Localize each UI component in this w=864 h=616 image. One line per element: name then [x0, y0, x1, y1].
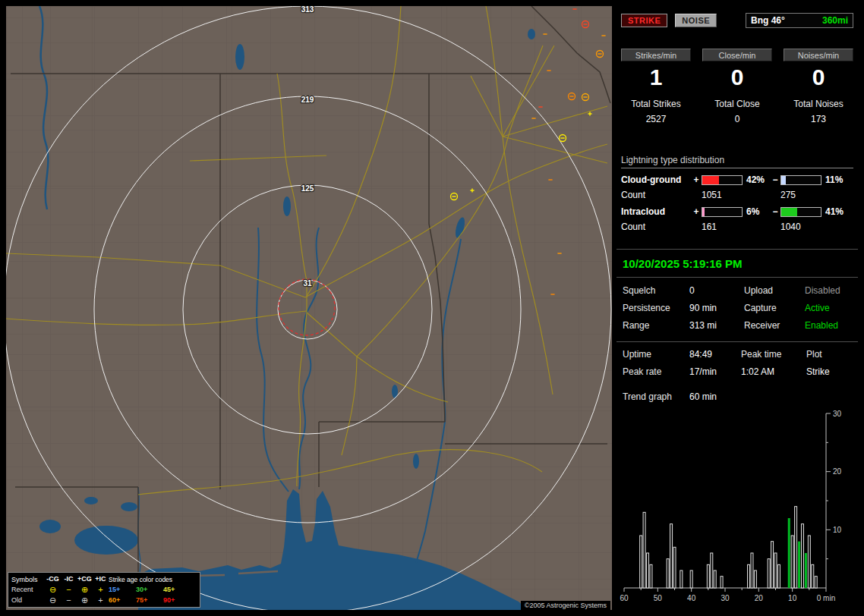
trend-bar: [650, 564, 652, 588]
map-canvas[interactable]: 313 219 125 31: [6, 6, 612, 610]
bearing-display: Bng 46° 360mi: [746, 13, 853, 28]
legend-col-ic-pos: +IC: [93, 575, 109, 583]
peak-time-label: Peak time: [741, 349, 806, 360]
legend-header-row: Symbols -CG -IC +CG +IC Strike age color…: [11, 574, 197, 584]
divider: [616, 249, 858, 250]
noises-per-min-value: 0: [784, 65, 853, 90]
divider: [616, 341, 858, 342]
plot-label: Plot: [806, 349, 855, 360]
total-noises-label: Total Noises: [784, 99, 853, 109]
trend-x-tick-50: 50: [654, 594, 663, 602]
noises-counter: Noises/min 0 Total Noises 173: [784, 49, 853, 124]
noise-indicator-button[interactable]: NOISE: [675, 14, 717, 27]
ring-label-31: 31: [303, 279, 312, 288]
counters-row: Strikes/min 1 Total Strikes 2527 Close/m…: [621, 49, 853, 124]
range-label: Range: [623, 320, 689, 331]
cg-plus-pct: 42%: [743, 174, 770, 185]
trend-x-tick-10: 10: [788, 594, 797, 602]
control-panel: STRIKE NOISE Bng 46° 360mi Strikes/min 1…: [616, 6, 858, 610]
ic-minus-bar: [780, 207, 821, 217]
ring-label-125: 125: [301, 184, 314, 193]
trend-bar: [748, 564, 750, 588]
trend-bar: [805, 553, 807, 588]
trend-graph-label: Trend graph: [623, 391, 689, 402]
app-window: 313 219 125 31 Symbols -CG -IC +CG +IC S…: [0, 0, 864, 616]
peak-rate-label: Peak rate: [623, 366, 689, 377]
settings-grid: Squelch 0 Upload Disabled Persistence 90…: [623, 285, 855, 331]
cg-minus-pct: 11%: [821, 174, 853, 185]
minus-sign: −: [770, 174, 780, 185]
intracloud-row: Intracloud + 6% − 41%: [621, 206, 853, 217]
trend-bar: [771, 542, 774, 588]
total-strikes-value: 2527: [621, 114, 691, 124]
cg-minus-bar: [780, 175, 821, 185]
trend-window-value: 60 min: [689, 391, 717, 402]
trend-bar: [714, 570, 716, 588]
trend-bar: [815, 577, 817, 588]
cloud-ground-label: Cloud-ground: [621, 174, 691, 185]
map-panel[interactable]: 313 219 125 31 Symbols -CG -IC +CG +IC S…: [6, 6, 612, 610]
ic-plus-count: 161: [702, 222, 743, 232]
trend-bar: [640, 536, 642, 588]
datetime-display: 10/20/2025 5:19:16 PM: [623, 257, 743, 270]
trend-bar: [673, 547, 676, 588]
copyright-notice: ©2005 Astrogenic Systems: [521, 601, 610, 610]
trend-bar: [721, 577, 723, 588]
trend-graph-header: Trend graph 60 min: [623, 391, 717, 402]
uptime-value: 84:49: [689, 349, 741, 360]
cg-pos-recent-icon: ⊕: [77, 586, 93, 594]
trend-bar: [680, 570, 683, 588]
ring-label-313: 313: [301, 6, 314, 14]
count-label: Count: [621, 222, 691, 232]
strike-indicator-button[interactable]: STRIKE: [621, 14, 667, 27]
age-code-30: 30+: [136, 586, 163, 593]
cg-pos-old-icon: ⊕: [77, 596, 93, 605]
trend-x-tick-30: 30: [721, 594, 730, 602]
ic-neg-recent-icon: −: [61, 586, 77, 594]
age-code-45: 45+: [163, 586, 197, 593]
intracloud-count-row: Count 161 1040: [621, 222, 853, 232]
cg-plus-count: 1051: [702, 190, 743, 200]
close-counter: Close/min 0 Total Close 0: [702, 49, 772, 124]
squelch-value: 0: [689, 285, 744, 296]
cg-neg-old-icon: ⊖: [45, 596, 61, 605]
trend-bar: [791, 536, 793, 588]
trend-x-tick-40: 40: [687, 594, 696, 602]
uptime-label: Uptime: [623, 349, 689, 360]
plus-sign: +: [691, 206, 702, 217]
legend-col-cg-pos: +CG: [77, 575, 93, 583]
trend-bar: [774, 553, 777, 588]
upload-label: Upload: [744, 285, 805, 296]
ic-pos-old-icon: +: [93, 596, 109, 605]
close-per-min-button[interactable]: Close/min: [702, 49, 772, 61]
ic-neg-old-icon: −: [61, 596, 77, 605]
cloud-ground-row: Cloud-ground + 42% − 11%: [621, 174, 853, 185]
trend-bar: [667, 559, 669, 588]
count-label: Count: [621, 190, 691, 200]
plot-value: Strike: [806, 366, 855, 377]
range-value: 313 mi: [689, 320, 744, 331]
age-code-75: 75+: [136, 596, 163, 604]
ic-plus-bar: [702, 207, 743, 217]
peak-time-value: 1:02 AM: [741, 366, 806, 377]
trend-graph: 3020106050403020100 min: [616, 410, 858, 608]
ic-minus-pct: 41%: [821, 206, 853, 217]
trend-bar: [777, 564, 780, 588]
strikes-per-min-button[interactable]: Strikes/min: [621, 49, 691, 61]
trend-bar: [801, 524, 803, 588]
map-legend: Symbols -CG -IC +CG +IC Strike age color…: [8, 572, 200, 608]
trend-bar: [795, 507, 797, 588]
trend-bar: [751, 553, 753, 588]
trend-bar: [707, 564, 709, 588]
trend-y-tick-20: 20: [833, 467, 842, 476]
capture-label: Capture: [744, 303, 805, 313]
persistence-value: 90 min: [689, 303, 744, 313]
peak-rate-value: 17/min: [689, 366, 741, 377]
noises-per-min-button[interactable]: Noises/min: [784, 49, 853, 61]
divider: [616, 277, 858, 278]
ic-plus-pct: 6%: [743, 206, 770, 217]
indicator-row: STRIKE NOISE Bng 46° 360mi: [621, 13, 853, 28]
total-close-value: 0: [702, 114, 772, 124]
receiver-status: Enabled: [805, 320, 855, 331]
ic-pos-recent-icon: +: [93, 586, 109, 594]
